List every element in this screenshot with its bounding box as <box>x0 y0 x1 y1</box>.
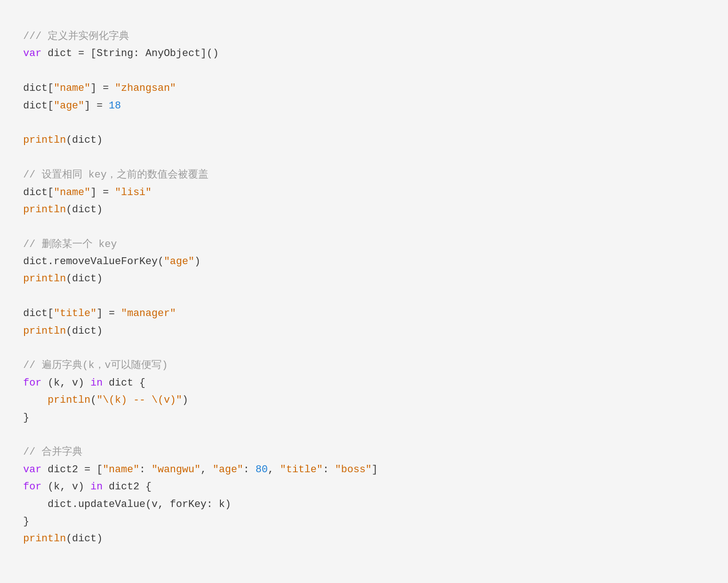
code-line-7: println(dict) <box>23 132 705 149</box>
empty-line-7 <box>23 426 705 444</box>
code-line-14: dict.removeValueForKey("age") <box>23 253 705 270</box>
code-line-21: for (k, v) in dict { <box>23 374 705 392</box>
code-line-25: // 合并字典 <box>23 444 705 461</box>
code-line-2: var dict = [String: AnyObject]() <box>23 45 705 62</box>
code-block: /// 定义并实例化字典 var dict = [String: AnyObje… <box>23 19 705 557</box>
code-line-17: dict["title"] = "manager" <box>23 305 705 322</box>
code-line-5: dict["age"] = 18 <box>23 97 705 114</box>
code-line-28: dict.updateValue(v, forKey: k) <box>23 496 705 513</box>
empty-line-6 <box>23 340 705 357</box>
code-line-29: } <box>23 513 705 530</box>
code-line-10: dict["name"] = "lisi" <box>23 184 705 201</box>
code-line-15: println(dict) <box>23 270 705 287</box>
empty-line-3 <box>23 149 705 166</box>
code-line-30: println(dict) <box>23 530 705 547</box>
code-line-27: for (k, v) in dict2 { <box>23 478 705 495</box>
code-line-18: println(dict) <box>23 323 705 340</box>
code-line-26: var dict2 = ["name": "wangwu", "age": 80… <box>23 461 705 478</box>
code-line-23: } <box>23 409 705 426</box>
code-line-13: // 删除某一个 key <box>23 236 705 253</box>
code-line-1: /// 定义并实例化字典 <box>23 28 705 45</box>
code-line-11: println(dict) <box>23 201 705 218</box>
code-line-20: // 遍历字典(k，v可以随便写) <box>23 357 705 374</box>
code-line-22: println("\(k) -- \(v)") <box>23 392 705 409</box>
empty-line-1 <box>23 63 705 80</box>
empty-line-4 <box>23 218 705 235</box>
code-line-9: // 设置相同 key，之前的数值会被覆盖 <box>23 166 705 184</box>
code-line-4: dict["name"] = "zhangsan" <box>23 80 705 97</box>
empty-line-5 <box>23 288 705 305</box>
empty-line-2 <box>23 114 705 132</box>
